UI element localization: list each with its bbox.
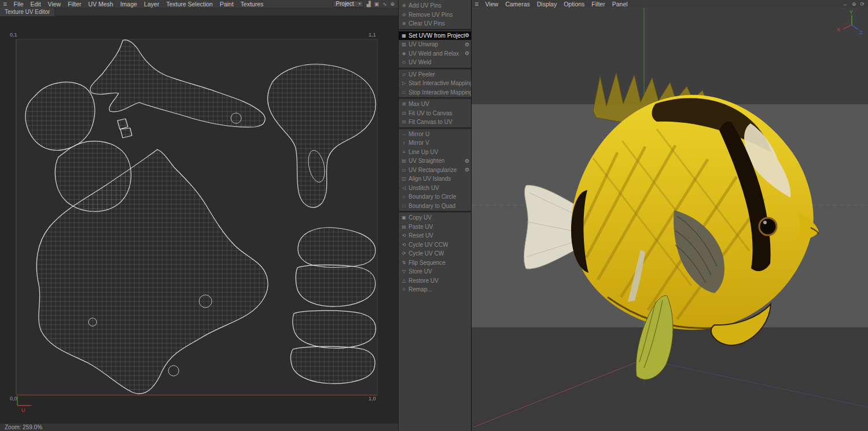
viewmenu-options[interactable]: Options	[560, 1, 588, 8]
cmd-mirror-u[interactable]: ↔Mirror U	[399, 130, 471, 139]
menu-texture-selection[interactable]: Texture Selection	[163, 1, 216, 8]
viewmenu-panel[interactable]: Panel	[609, 1, 631, 8]
cmd-start-interactive-mapping[interactable]: ▷Start Interactive Mapping	[399, 79, 471, 88]
uv-island-small-quad-1[interactable]	[117, 119, 128, 129]
cmd-fit-canvas-to-uv[interactable]: ⊟Fit Canvas to UV	[399, 118, 471, 127]
fish-model[interactable]	[524, 72, 819, 379]
cmd-align-uv-islands[interactable]: ◫Align UV Islands	[399, 174, 471, 184]
cmd-uv-unwrap[interactable]: ▨UV Unwrap⚙	[399, 40, 471, 49]
uv-island-fin-b-upper[interactable]	[293, 311, 376, 348]
cmd-unstitch-uv[interactable]: ◁Unstitch UV	[399, 184, 471, 193]
gizmo-z-label: Z	[859, 30, 863, 35]
tail-fin	[524, 185, 578, 269]
add-uv-pins-icon: ⊕	[400, 3, 407, 8]
menu-edit[interactable]: Edit	[27, 1, 44, 8]
fish-body	[571, 95, 814, 330]
cmd-label: Store UV	[407, 268, 432, 275]
menu-view[interactable]: View	[45, 1, 65, 8]
cmd-boundary-to-circle[interactable]: ○Boundary to Circle	[399, 192, 471, 202]
project-dropdown[interactable]: Project ▾	[333, 1, 363, 8]
cmd-flip-sequence[interactable]: ⇅Flip Sequence	[399, 258, 471, 268]
cmd-label: Add UV Pins	[407, 2, 442, 9]
cmd-set-uvw-from-projection[interactable]: ▦Set UVW from Projection⚙	[399, 31, 471, 41]
stop-interactive-mapping-icon: □	[400, 90, 407, 95]
cmd-label: Fit Canvas to UV	[407, 119, 453, 125]
cmd-label: UV Unwrap	[407, 41, 438, 48]
uv-peeler-icon: ▱	[400, 72, 407, 77]
menu-grip-icon[interactable]: ≣	[0, 1, 10, 7]
cmd-uv-weld[interactable]: ◇UV Weld	[399, 58, 471, 67]
zoom-icon[interactable]: ⊕	[851, 1, 857, 8]
cmd-cycle-uv-cw[interactable]: ⟳Cycle UV CW	[399, 249, 471, 258]
viewport-canvas[interactable]: Y X Z	[472, 8, 868, 431]
cmd-mirror-v[interactable]: ↕Mirror V	[399, 138, 471, 148]
uv-straighten-gear-icon[interactable]: ⚙	[465, 158, 471, 164]
cmd-reset-uv[interactable]: ⟲Reset UV	[399, 231, 471, 240]
flip-sequence-icon: ⇅	[400, 260, 407, 265]
viewport-menu-grip-icon[interactable]: ≣	[472, 1, 482, 7]
viewmenu-display[interactable]: Display	[534, 1, 560, 8]
project-dropdown-value: Project	[336, 1, 354, 7]
menu-layer[interactable]: Layer	[141, 1, 163, 8]
cmd-label: Set UVW from Projection	[407, 32, 465, 39]
menu-paint[interactable]: Paint	[216, 1, 237, 8]
snap-icon[interactable]: ⊕	[389, 1, 395, 8]
pan-icon[interactable]: ↔	[842, 1, 848, 8]
menu-textures[interactable]: Textures	[237, 1, 267, 8]
cmd-clear-uv-pins[interactable]: ⊗Clear UV Pins	[399, 19, 471, 28]
viewport-menubar: ≣ ViewCamerasDisplayOptionsFilterPanel ↔…	[472, 0, 868, 8]
uv-canvas[interactable]: 0,1 1,1 0,0 1,0 U	[0, 0, 398, 431]
uv-island-fin-a-lower[interactable]	[296, 265, 376, 306]
pan-hand-icon[interactable]: ∿	[382, 1, 388, 8]
set-uvw-from-projection-icon: ▦	[400, 33, 407, 38]
cmd-uv-peeler[interactable]: ▱UV Peeler	[399, 70, 471, 79]
uv-unwrap-gear-icon[interactable]: ⚙	[465, 42, 471, 48]
menu-filter[interactable]: Filter	[64, 1, 84, 8]
cmd-add-uv-pins[interactable]: ⊕Add UV Pins	[399, 1, 471, 10]
cmd-stop-interactive-mapping[interactable]: □Stop Interactive Mapping	[399, 88, 471, 97]
cmd-restore-uv[interactable]: △Restore UV	[399, 276, 471, 286]
reset-uv-icon: ⟲	[400, 233, 407, 238]
uv-weld-and-relax-gear-icon[interactable]: ⚙	[465, 50, 471, 56]
cmd-boundary-to-quad[interactable]: □Boundary to Quad	[399, 202, 471, 211]
viewmenu-filter[interactable]: Filter	[588, 1, 608, 8]
viewmenu-view[interactable]: View	[482, 1, 502, 8]
uv-editor-statusbar: Zoom: 259.0%	[0, 423, 398, 431]
cmd-label: Fit UV to Canvas	[407, 110, 453, 116]
viewmenu-cameras[interactable]: Cameras	[502, 1, 534, 8]
cmd-max-uv[interactable]: ⊞Max UV	[399, 100, 471, 109]
cmd-paste-uv[interactable]: ▤Paste UV	[399, 222, 471, 232]
cmd-remove-uv-pins[interactable]: ⊖Remove UV Pins	[399, 10, 471, 20]
cmd-uv-rectangularize[interactable]: ▭UV Rectangularize⚙	[399, 166, 471, 175]
cmd-line-up-uv[interactable]: ≡Line Up UV	[399, 148, 471, 157]
cmd-remap[interactable]: ◊Remap...	[399, 285, 471, 294]
cmd-label: UV Straighten	[407, 158, 444, 164]
command-separator	[399, 97, 471, 99]
uv-weld-and-relax-icon: ◈	[400, 51, 407, 56]
lock-icon[interactable]: ▣	[373, 1, 380, 8]
corner-label-01: 0,1	[10, 32, 17, 38]
cmd-copy-uv[interactable]: ▣Copy UV	[399, 213, 471, 222]
menu-image[interactable]: Image	[117, 1, 141, 8]
cmd-uv-straighten[interactable]: ▤UV Straighten⚙	[399, 156, 471, 166]
uv-editor-tabbar: Texture UV Editor	[0, 8, 398, 16]
menu-file[interactable]: File	[10, 1, 27, 8]
cmd-fit-uv-to-canvas[interactable]: ⊡Fit UV to Canvas	[399, 109, 471, 118]
command-separator	[399, 211, 471, 213]
menu-uv-mesh[interactable]: UV Mesh	[84, 1, 116, 8]
uv-rectangularize-gear-icon[interactable]: ⚙	[465, 167, 471, 173]
cmd-label: Mirror U	[407, 131, 429, 137]
cmd-label: Mirror V	[407, 140, 429, 146]
cmd-cycle-uv-ccw[interactable]: ⟲Cycle UV CCW	[399, 240, 471, 250]
cmd-uv-weld-and-relax[interactable]: ◈UV Weld and Relax⚙	[399, 49, 471, 59]
cmd-label: Stop Interactive Mapping	[407, 89, 471, 96]
gizmo-y-label: Y	[849, 9, 853, 15]
mirror-v-icon: ↕	[400, 140, 407, 145]
orbit-icon[interactable]: ⟳	[859, 1, 865, 8]
cmd-label: Flip Sequence	[407, 260, 446, 266]
cmd-store-uv[interactable]: ▽Store UV	[399, 267, 471, 276]
tab-texture-uv-editor[interactable]: Texture UV Editor	[0, 8, 55, 16]
set-uvw-from-projection-gear-icon[interactable]: ⚙	[465, 32, 471, 38]
histogram-icon[interactable]: ▟	[366, 1, 371, 8]
gizmo-x-label: X	[837, 27, 840, 32]
